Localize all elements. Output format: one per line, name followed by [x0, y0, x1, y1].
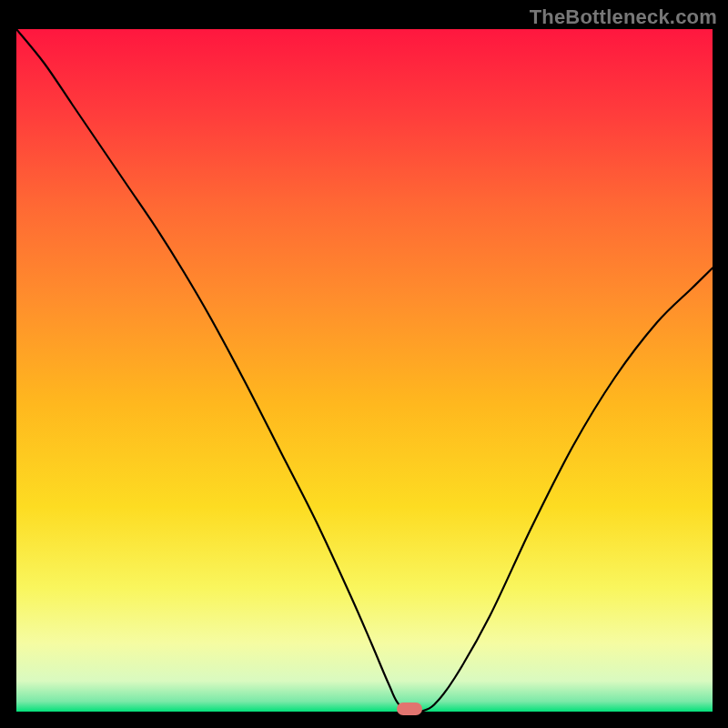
- plot-area: [16, 29, 713, 712]
- chart-frame: TheBottleneck.com: [0, 0, 728, 728]
- gradient-bg: [16, 29, 713, 712]
- chart-svg: [16, 29, 713, 712]
- bottleneck-marker: [397, 703, 422, 715]
- watermark-text: TheBottleneck.com: [530, 5, 717, 29]
